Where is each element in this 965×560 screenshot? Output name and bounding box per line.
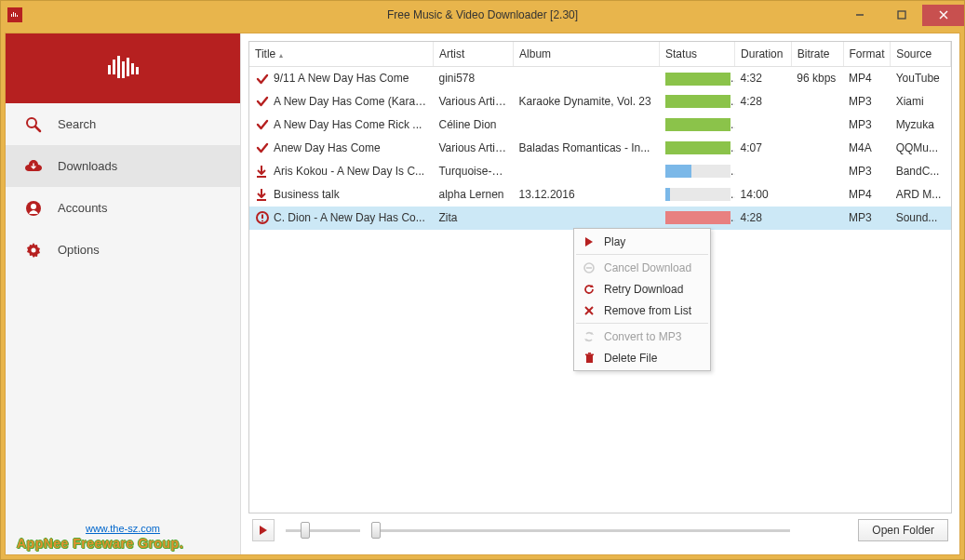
table-row[interactable]: 9/11 A New Day Has Comegini5784:3296 kbp… (249, 67, 951, 90)
svg-rect-37 (586, 355, 593, 363)
cell-bitrate (791, 113, 843, 137)
cell-status (660, 183, 735, 207)
svg-point-19 (31, 204, 36, 209)
cell-title: C. Dion - A New Day Has Co... (274, 211, 425, 224)
cell-source: ARD M... (891, 183, 951, 207)
svg-rect-15 (136, 67, 139, 74)
download-icon (255, 165, 270, 178)
cell-format: M4A (843, 137, 891, 160)
svg-rect-9 (108, 65, 111, 74)
user-icon (24, 199, 43, 218)
table-row[interactable]: A New Day Has Come Rick ...Céline DionMP… (249, 113, 951, 137)
svg-rect-14 (131, 63, 134, 74)
svg-rect-2 (13, 12, 14, 17)
col-title[interactable]: Title▴ (249, 42, 433, 67)
remove-icon (582, 303, 596, 318)
open-folder-button[interactable]: Open Folder (858, 519, 948, 541)
sort-asc-icon: ▴ (279, 51, 283, 60)
cell-format: MP3 (843, 90, 891, 113)
cell-bitrate (791, 183, 843, 207)
cell-format: MP3 (843, 160, 891, 183)
logo (6, 33, 240, 103)
cell-title: Aris Kokou - A New Day Is C... (274, 165, 424, 178)
app-icon (7, 7, 22, 22)
ctx-retry-download[interactable]: Retry Download (576, 278, 708, 300)
cell-album (514, 207, 660, 230)
table-row[interactable]: C. Dion - A New Day Has Co...Zita4:28MP3… (249, 207, 951, 230)
cell-bitrate (791, 90, 843, 113)
download-icon (255, 188, 270, 201)
cell-status (660, 160, 735, 183)
cell-artist: Zita (433, 207, 513, 230)
window-title: Free Music & Video Downloader [2.30] (387, 8, 578, 21)
table-row[interactable]: A New Day Has Come (Karao...Various Arti… (249, 90, 951, 113)
cell-artist: alpha Lernen (433, 183, 513, 207)
sidebar-item-label: Search (58, 117, 96, 131)
play-button[interactable] (252, 519, 275, 541)
sidebar-item-options[interactable]: Options (6, 229, 240, 271)
gear-icon (24, 241, 43, 260)
cell-duration: 4:07 (735, 137, 792, 160)
close-button[interactable] (922, 5, 964, 26)
cell-album: Baladas Romanticas - In... (514, 137, 660, 160)
cell-duration: 4:28 (735, 207, 792, 230)
sidebar-item-search[interactable]: Search (6, 103, 240, 145)
col-source[interactable]: Source (891, 42, 951, 67)
col-status[interactable]: Status (660, 42, 735, 67)
cell-source: Xiami (891, 90, 951, 113)
svg-rect-38 (585, 353, 594, 355)
svg-point-27 (261, 220, 263, 222)
cell-title: Business talk (274, 188, 340, 201)
seek-slider[interactable] (371, 522, 790, 539)
cell-artist: gini578 (433, 67, 513, 90)
cloud-download-icon (24, 157, 43, 176)
ctx-delete-file[interactable]: Delete File (576, 347, 708, 368)
sidebar-item-accounts[interactable]: Accounts (6, 187, 240, 229)
cell-album (514, 113, 660, 137)
cell-source: QQMu... (891, 137, 951, 160)
cell-title: Anew Day Has Come (274, 141, 381, 154)
search-icon (24, 115, 43, 134)
check-icon (255, 73, 270, 86)
cell-status (660, 67, 735, 90)
cell-status (660, 113, 735, 137)
svg-rect-3 (15, 13, 16, 17)
check-icon (255, 95, 270, 108)
col-duration[interactable]: Duration (735, 42, 792, 67)
sidebar-item-downloads[interactable]: Downloads (6, 145, 240, 187)
col-album[interactable]: Album (514, 42, 660, 67)
table-row[interactable]: Anew Day Has ComeVarious ArtistsBaladas … (249, 137, 951, 160)
check-icon (255, 141, 270, 154)
svg-point-20 (32, 247, 36, 252)
trash-icon (582, 351, 596, 366)
table-row[interactable]: Business talkalpha Lernen13.12.201614:00… (249, 183, 951, 207)
table-row[interactable]: Aris Kokou - A New Day Is C...Turquoise-… (249, 160, 951, 183)
ctx-play[interactable]: Play (576, 231, 708, 252)
cell-status (660, 90, 735, 113)
cell-bitrate (791, 160, 843, 183)
minimize-button[interactable] (838, 5, 880, 26)
cell-album: 13.12.2016 (514, 183, 660, 207)
cell-status (660, 207, 735, 230)
cell-artist: Various Artists (433, 90, 513, 113)
col-bitrate[interactable]: Bitrate (791, 42, 843, 67)
ctx-remove-from-list[interactable]: Remove from List (576, 300, 708, 321)
volume-slider[interactable] (286, 522, 360, 539)
cell-status (660, 137, 735, 160)
cell-title: A New Day Has Come (Karao... (274, 95, 431, 108)
cell-title: 9/11 A New Day Has Come (274, 72, 409, 85)
col-format[interactable]: Format (843, 42, 891, 67)
sidebar-item-label: Accounts (58, 201, 107, 215)
maximize-button[interactable] (880, 5, 922, 26)
convert-icon (582, 329, 596, 344)
col-artist[interactable]: Artist (433, 42, 513, 67)
cell-format: MP3 (843, 207, 891, 230)
svg-rect-11 (117, 56, 120, 78)
cell-bitrate: 96 kbps (791, 67, 843, 90)
footer-website-link[interactable]: www.the-sz.com (17, 523, 229, 534)
svg-rect-13 (127, 58, 129, 76)
cell-duration: 4:28 (735, 90, 792, 113)
cell-duration: 14:00 (735, 183, 792, 207)
context-menu: Play Cancel Download Retry Download Remo… (573, 228, 711, 371)
ctx-convert-mp3: Convert to MP3 (576, 326, 708, 347)
